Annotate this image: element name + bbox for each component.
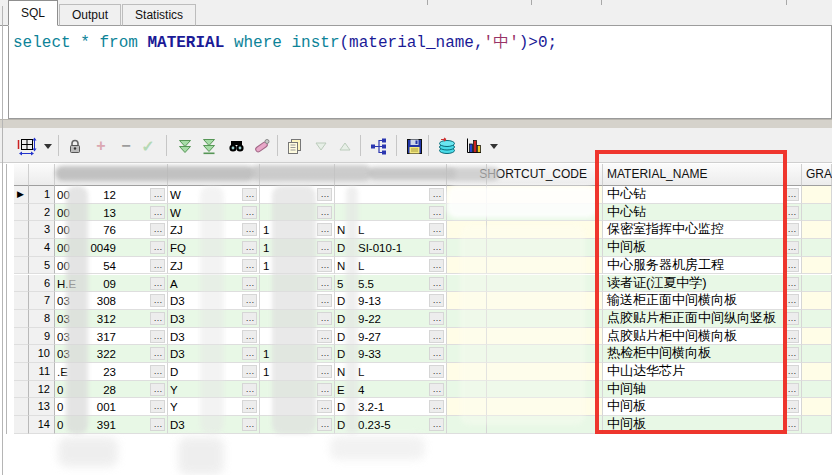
structure-icon[interactable]: [369, 136, 389, 156]
row-number[interactable]: 14: [29, 416, 55, 434]
cell-c4[interactable]: NL…: [335, 257, 447, 275]
grid-options-caret-icon[interactable]: [43, 136, 53, 156]
cell-c1[interactable]: 03312…: [55, 310, 168, 328]
cell-expand-button[interactable]: …: [150, 400, 165, 413]
cell-expand-button[interactable]: …: [242, 188, 257, 201]
row-number[interactable]: 5: [29, 257, 55, 275]
cell-c2[interactable]: A…: [168, 275, 260, 293]
cell-c4[interactable]: D9-33…: [335, 345, 447, 363]
cell-c5[interactable]: [447, 328, 487, 346]
cell-c2[interactable]: ZJ…: [168, 257, 260, 275]
cell-c3[interactable]: 1…: [260, 363, 335, 381]
row-number[interactable]: 2: [29, 204, 55, 222]
cell-expand-button[interactable]: …: [317, 400, 332, 413]
row-number[interactable]: 6: [29, 275, 55, 293]
cell-c4[interactable]: …: [335, 204, 447, 222]
column-header-c2[interactable]: [168, 164, 260, 186]
cell-expand-button[interactable]: …: [429, 365, 444, 378]
cell-c6[interactable]: [487, 363, 603, 381]
cell-c4[interactable]: E4…: [335, 381, 447, 399]
cell-c2[interactable]: W…: [168, 204, 260, 222]
cell-c2[interactable]: D3…: [168, 416, 260, 434]
cell-c4[interactable]: NL…: [335, 363, 447, 381]
cell-expand-button[interactable]: …: [242, 383, 257, 396]
cell-c5[interactable]: [447, 221, 487, 239]
cell-c2[interactable]: W…: [168, 186, 260, 204]
cell-c1[interactable]: 03322…: [55, 345, 168, 363]
cell-expand-button[interactable]: …: [429, 312, 444, 325]
cell-expand-button[interactable]: …: [429, 206, 444, 219]
cell-expand-button[interactable]: …: [317, 259, 332, 272]
cell-c2[interactable]: Y…: [168, 398, 260, 416]
row-number[interactable]: 11: [29, 363, 55, 381]
sql-editor[interactable]: select * from MATERIAL where instr(mater…: [8, 26, 832, 119]
cell-c5[interactable]: [447, 275, 487, 293]
cell-c1[interactable]: 0076…: [55, 221, 168, 239]
row-number[interactable]: 12: [29, 381, 55, 399]
row-number[interactable]: 4: [29, 239, 55, 257]
find-icon[interactable]: [226, 136, 246, 156]
cell-c4[interactable]: D3.2-1…: [335, 398, 447, 416]
cell-c5[interactable]: [447, 257, 487, 275]
cell-c6[interactable]: [487, 275, 603, 293]
cell-c3[interactable]: 1…: [260, 239, 335, 257]
sort-ascending-icon[interactable]: [335, 136, 355, 156]
cell-c6[interactable]: [487, 221, 603, 239]
cell-c2[interactable]: D3…: [168, 292, 260, 310]
cell-c5[interactable]: [447, 186, 487, 204]
cell-expand-button[interactable]: …: [317, 294, 332, 307]
cell-expand-button[interactable]: …: [429, 400, 444, 413]
cell-gram[interactable]: [802, 239, 832, 257]
chart-caret-icon[interactable]: [489, 136, 499, 156]
cell-expand-button[interactable]: …: [429, 277, 444, 290]
splitter[interactable]: [0, 119, 832, 128]
cell-c1[interactable]: 03308…: [55, 292, 168, 310]
cell-gram[interactable]: [802, 275, 832, 293]
cell-expand-button[interactable]: …: [242, 259, 257, 272]
cell-c3[interactable]: …: [260, 416, 335, 434]
cell-expand-button[interactable]: …: [429, 347, 444, 360]
cell-c3[interactable]: …: [260, 381, 335, 399]
tab-statistics[interactable]: Statistics: [122, 4, 196, 26]
cell-expand-button[interactable]: …: [150, 347, 165, 360]
cell-expand-button[interactable]: …: [317, 223, 332, 236]
cell-c1[interactable]: 0001…: [55, 398, 168, 416]
cell-c5[interactable]: [447, 416, 487, 434]
cell-c6[interactable]: [487, 381, 603, 399]
cell-expand-button[interactable]: …: [150, 312, 165, 325]
cell-c3[interactable]: …: [260, 328, 335, 346]
cell-c2[interactable]: D3…: [168, 328, 260, 346]
cell-expand-button[interactable]: …: [150, 259, 165, 272]
column-header-c3[interactable]: [260, 164, 335, 186]
row-number[interactable]: 13: [29, 398, 55, 416]
cell-c5[interactable]: [447, 381, 487, 399]
cell-c5[interactable]: [447, 292, 487, 310]
row-number[interactable]: 1: [29, 186, 55, 204]
cell-expand-button[interactable]: …: [429, 241, 444, 254]
cell-c4[interactable]: …: [335, 186, 447, 204]
cell-expand-button[interactable]: …: [317, 418, 332, 431]
lock-icon[interactable]: [65, 136, 85, 156]
cell-c6[interactable]: [487, 416, 603, 434]
cell-gram[interactable]: [802, 416, 832, 434]
cell-c6[interactable]: [487, 204, 603, 222]
cell-c5[interactable]: [447, 204, 487, 222]
cell-expand-button[interactable]: …: [242, 330, 257, 343]
cell-expand-button[interactable]: …: [429, 294, 444, 307]
cell-expand-button[interactable]: …: [242, 223, 257, 236]
cell-expand-button[interactable]: …: [150, 418, 165, 431]
cell-c6[interactable]: [487, 292, 603, 310]
cell-expand-button[interactable]: …: [242, 365, 257, 378]
cell-expand-button[interactable]: …: [150, 294, 165, 307]
cell-expand-button[interactable]: …: [242, 418, 257, 431]
cell-c5[interactable]: [447, 239, 487, 257]
cell-c6[interactable]: [487, 239, 603, 257]
cell-c3[interactable]: …: [260, 398, 335, 416]
cell-gram[interactable]: [802, 292, 832, 310]
cell-c5[interactable]: [447, 398, 487, 416]
cell-gram[interactable]: [802, 345, 832, 363]
cell-c2[interactable]: D3…: [168, 310, 260, 328]
fetch-next-icon[interactable]: [175, 136, 195, 156]
delete-record-icon[interactable]: −: [116, 136, 136, 156]
cell-expand-button[interactable]: …: [150, 206, 165, 219]
